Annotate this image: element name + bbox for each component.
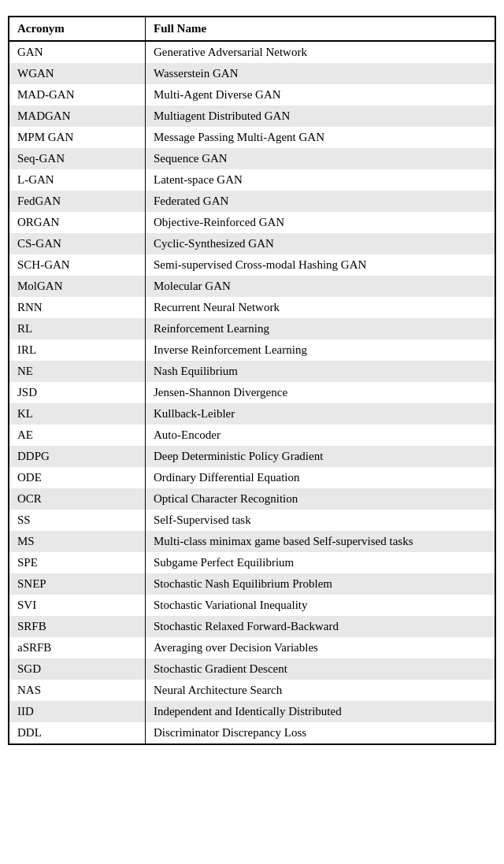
fullname-cell: Latent-space GAN [145,169,495,191]
table-row: MSMulti-class minimax game based Self-su… [9,531,495,552]
table-row: MADGANMultiagent Distributed GAN [9,106,495,127]
fullname-cell: Jensen-Shannon Divergence [145,382,495,403]
acronym-cell: AE [9,425,145,446]
fullname-cell: Recurrent Neural Network [145,297,495,318]
acronym-cell: WGAN [9,63,145,84]
fullname-cell: Self-Supervised task [145,510,495,531]
acronym-cell: CS-GAN [9,233,145,254]
fullname-cell: Multi-Agent Diverse GAN [145,84,495,106]
table-row: DDLDiscriminator Discrepancy Loss [9,722,495,743]
acronym-table: Acronym Full Name GANGenerative Adversar… [9,17,495,743]
fullname-cell: Kullback-Leibler [145,403,495,425]
fullname-cell: Multi-class minimax game based Self-supe… [145,531,495,552]
acronym-cell: OCR [9,488,145,510]
table-row: ODEOrdinary Differential Equation [9,467,495,488]
acronym-cell: GAN [9,41,145,63]
acronym-cell: SVI [9,595,145,616]
table-row: CS-GANCyclic-Synthesized GAN [9,233,495,254]
acronym-cell: SS [9,510,145,531]
fullname-cell: Deep Deterministic Policy Gradient [145,446,495,467]
column-header-acronym: Acronym [9,17,145,41]
table-row: L-GANLatent-space GAN [9,169,495,191]
fullname-cell: Discriminator Discrepancy Loss [145,722,495,743]
table-row: JSDJensen-Shannon Divergence [9,382,495,403]
acronym-cell: MAD-GAN [9,84,145,106]
fullname-cell: Objective-Reinforced GAN [145,212,495,233]
table-row: NENash Equilibrium [9,361,495,382]
acronym-cell: IID [9,701,145,722]
table-row: ORGANObjective-Reinforced GAN [9,212,495,233]
table-row: OCROptical Character Recognition [9,488,495,510]
acronym-cell: ORGAN [9,212,145,233]
acronym-cell: NAS [9,680,145,701]
table-row: SPESubgame Perfect Equilibrium [9,552,495,573]
table-row: SGDStochastic Gradient Descent [9,658,495,680]
acronym-cell: NE [9,361,145,382]
fullname-cell: Wasserstein GAN [145,63,495,84]
acronym-cell: SGD [9,658,145,680]
fullname-cell: Federated GAN [145,191,495,212]
fullname-cell: Molecular GAN [145,276,495,297]
table-row: RNNRecurrent Neural Network [9,297,495,318]
fullname-cell: Reinforcement Learning [145,318,495,339]
fullname-cell: Ordinary Differential Equation [145,467,495,488]
table-row: IIDIndependent and Identically Distribut… [9,701,495,722]
acronym-cell: FedGAN [9,191,145,212]
table-row: MPM GANMessage Passing Multi-Agent GAN [9,127,495,148]
column-header-fullname: Full Name [145,17,495,41]
acronym-cell: MS [9,531,145,552]
acronym-cell: JSD [9,382,145,403]
acronym-cell: MolGAN [9,276,145,297]
fullname-cell: Subgame Perfect Equilibrium [145,552,495,573]
acronym-cell: MADGAN [9,106,145,127]
table-row: SCH-GANSemi-supervised Cross-modal Hashi… [9,254,495,276]
acronym-cell: IRL [9,339,145,361]
fullname-cell: Auto-Encoder [145,425,495,446]
table-row: KLKullback-Leibler [9,403,495,425]
acronym-table-container: Acronym Full Name GANGenerative Adversar… [8,16,496,745]
fullname-cell: Inverse Reinforcement Learning [145,339,495,361]
table-header-row: Acronym Full Name [9,17,495,41]
table-row: SVIStochastic Variational Inequality [9,595,495,616]
fullname-cell: Generative Adversarial Network [145,41,495,63]
fullname-cell: Stochastic Gradient Descent [145,658,495,680]
fullname-cell: Nash Equilibrium [145,361,495,382]
table-row: WGANWasserstein GAN [9,63,495,84]
acronym-cell: DDPG [9,446,145,467]
acronym-cell: aSRFB [9,637,145,658]
acronym-cell: SRFB [9,616,145,637]
fullname-cell: Multiagent Distributed GAN [145,106,495,127]
acronym-cell: ODE [9,467,145,488]
table-row: aSRFBAveraging over Decision Variables [9,637,495,658]
fullname-cell: Semi-supervised Cross-modal Hashing GAN [145,254,495,276]
fullname-cell: Averaging over Decision Variables [145,637,495,658]
fullname-cell: Stochastic Nash Equilibrium Problem [145,573,495,595]
table-row: NASNeural Architecture Search [9,680,495,701]
acronym-cell: RNN [9,297,145,318]
table-row: GANGenerative Adversarial Network [9,41,495,63]
acronym-cell: RL [9,318,145,339]
table-row: AEAuto-Encoder [9,425,495,446]
acronym-cell: SNEP [9,573,145,595]
table-row: IRLInverse Reinforcement Learning [9,339,495,361]
table-row: Seq-GANSequence GAN [9,148,495,169]
fullname-cell: Message Passing Multi-Agent GAN [145,127,495,148]
acronym-cell: L-GAN [9,169,145,191]
table-row: MAD-GANMulti-Agent Diverse GAN [9,84,495,106]
fullname-cell: Sequence GAN [145,148,495,169]
fullname-cell: Independent and Identically Distributed [145,701,495,722]
table-row: SRFBStochastic Relaxed Forward-Backward [9,616,495,637]
table-row: DDPGDeep Deterministic Policy Gradient [9,446,495,467]
table-row: SNEPStochastic Nash Equilibrium Problem [9,573,495,595]
table-row: RLReinforcement Learning [9,318,495,339]
fullname-cell: Neural Architecture Search [145,680,495,701]
fullname-cell: Optical Character Recognition [145,488,495,510]
fullname-cell: Stochastic Variational Inequality [145,595,495,616]
table-row: SSSelf-Supervised task [9,510,495,531]
acronym-cell: MPM GAN [9,127,145,148]
acronym-cell: Seq-GAN [9,148,145,169]
acronym-cell: SPE [9,552,145,573]
table-row: MolGANMolecular GAN [9,276,495,297]
acronym-cell: SCH-GAN [9,254,145,276]
table-row: FedGANFederated GAN [9,191,495,212]
